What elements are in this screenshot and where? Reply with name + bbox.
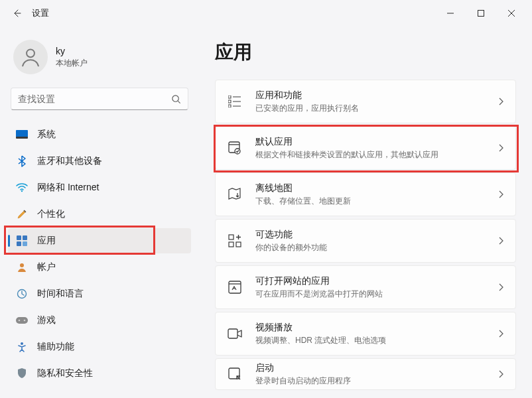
sidebar-item-system[interactable]: 系统 [8, 122, 191, 147]
card-offline-maps[interactable]: 离线地图 下载、存储位置、地图更新 [215, 172, 516, 216]
svg-point-13 [19, 320, 21, 322]
card-title: 视频播放 [255, 322, 485, 334]
nav-label: 辅助功能 [37, 341, 74, 353]
arrow-left-icon [12, 8, 23, 19]
svg-point-1 [27, 49, 34, 57]
chevron-right-icon [498, 237, 503, 245]
nav: 系统 蓝牙和其他设备 网络和 Internet 个性化 [8, 122, 191, 386]
svg-point-15 [21, 342, 23, 345]
close-button[interactable] [496, 3, 527, 24]
website-app-icon [228, 280, 242, 295]
card-sub: 已安装的应用，应用执行别名 [255, 103, 485, 114]
search-box[interactable] [11, 88, 188, 110]
list-icon [228, 94, 242, 109]
nav-label: 帐户 [37, 261, 56, 273]
sidebar-item-network[interactable]: 网络和 Internet [8, 175, 191, 200]
chevron-right-icon [498, 98, 503, 105]
bluetooth-icon [16, 155, 28, 167]
nav-label: 个性化 [37, 208, 65, 220]
svg-rect-0 [478, 11, 484, 17]
nav-label: 系统 [37, 129, 56, 141]
card-title: 默认应用 [255, 136, 485, 148]
card-sub: 下载、存储位置、地图更新 [255, 196, 485, 207]
window-controls [435, 3, 527, 24]
page-title: 应用 [215, 40, 516, 65]
search-input[interactable] [18, 94, 171, 104]
card-title: 可打开网站的应用 [255, 275, 485, 287]
nav-label: 隐私和安全性 [37, 367, 93, 379]
sidebar-item-accessibility[interactable]: 辅助功能 [8, 334, 191, 360]
avatar [13, 40, 48, 74]
nav-label: 时间和语言 [37, 288, 84, 300]
card-sub: 可在应用而不是浏览器中打开的网站 [255, 289, 485, 300]
card-title: 可选功能 [255, 229, 485, 241]
svg-rect-9 [23, 241, 27, 246]
startup-icon [228, 367, 242, 381]
titlebar: 设置 [0, 0, 532, 27]
sidebar-item-privacy[interactable]: 隐私和安全性 [8, 361, 191, 386]
svg-rect-22 [229, 242, 233, 247]
card-apps-features[interactable]: 应用和功能 已安装的应用，应用执行别名 [215, 80, 516, 123]
svg-rect-8 [17, 241, 21, 246]
content: 应用 应用和功能 已安装的应用，应用执行别名 默认应用 根据文件和链接种类设 [199, 27, 532, 398]
svg-rect-17 [228, 100, 231, 103]
sidebar-item-accounts[interactable]: 帐户 [8, 255, 191, 280]
card-title: 启动 [255, 362, 485, 374]
card-startup[interactable]: 启动 登录时自动启动的应用程序 [215, 358, 516, 390]
card-sub: 视频调整、HDR 流式处理、电池选项 [255, 335, 485, 346]
nav-label: 游戏 [37, 314, 56, 326]
card-title: 应用和功能 [255, 90, 485, 101]
sidebar-item-apps[interactable]: 应用 [8, 228, 191, 253]
search-icon [171, 94, 181, 104]
card-default-apps[interactable]: 默认应用 根据文件和链接种类设置的默认应用，其他默认应用 [215, 126, 516, 170]
chevron-right-icon [498, 190, 503, 198]
default-app-icon [228, 141, 242, 155]
card-video-playback[interactable]: 视频播放 视频调整、HDR 流式处理、电池选项 [215, 312, 516, 356]
wifi-icon [16, 182, 28, 194]
svg-rect-16 [228, 96, 231, 98]
shield-icon [16, 367, 28, 379]
profile[interactable]: ky 本地帐户 [8, 33, 191, 88]
sidebar-item-bluetooth[interactable]: 蓝牙和其他设备 [8, 149, 191, 174]
svg-rect-21 [229, 235, 233, 239]
optional-features-icon [228, 233, 242, 248]
card-website-apps[interactable]: 可打开网站的应用 可在应用而不是浏览器中打开的网站 [215, 265, 516, 309]
nav-label: 蓝牙和其他设备 [37, 155, 102, 167]
profile-text: ky 本地帐户 [56, 46, 88, 69]
minimize-button[interactable] [435, 3, 466, 24]
sidebar-item-time[interactable]: 时间和语言 [8, 281, 191, 306]
svg-point-10 [20, 263, 24, 267]
svg-rect-7 [23, 235, 27, 240]
svg-point-5 [21, 190, 23, 192]
svg-rect-6 [17, 235, 21, 240]
card-sub: 登录时自动启动的应用程序 [255, 375, 485, 387]
video-icon [228, 326, 242, 341]
svg-rect-18 [228, 105, 231, 107]
profile-sub: 本地帐户 [56, 58, 88, 69]
window-title: 设置 [32, 7, 49, 19]
system-icon [16, 129, 28, 141]
back-button[interactable] [5, 1, 29, 25]
maximize-icon [478, 10, 484, 17]
card-optional-features[interactable]: 可选功能 你的设备的额外功能 [215, 219, 516, 263]
sidebar: ky 本地帐户 系统 蓝牙和其他设备 [0, 27, 199, 398]
svg-rect-23 [236, 242, 241, 247]
card-sub: 根据文件和链接种类设置的默认应用，其他默认应用 [255, 149, 485, 161]
close-icon [508, 10, 515, 17]
nav-label: 应用 [37, 235, 56, 247]
svg-rect-25 [228, 329, 237, 338]
minimize-icon [447, 10, 454, 17]
svg-rect-12 [16, 317, 28, 324]
chevron-right-icon [498, 283, 503, 291]
card-title: 离线地图 [255, 182, 485, 194]
account-icon [16, 261, 28, 273]
sidebar-item-gaming[interactable]: 游戏 [8, 308, 191, 333]
brush-icon [16, 208, 28, 220]
maximize-button[interactable] [466, 3, 496, 24]
apps-icon [16, 235, 28, 247]
sidebar-item-personalization[interactable]: 个性化 [8, 202, 191, 227]
gamepad-icon [16, 314, 28, 326]
chevron-right-icon [498, 370, 503, 378]
svg-rect-4 [16, 137, 28, 139]
card-sub: 你的设备的额外功能 [255, 242, 485, 253]
